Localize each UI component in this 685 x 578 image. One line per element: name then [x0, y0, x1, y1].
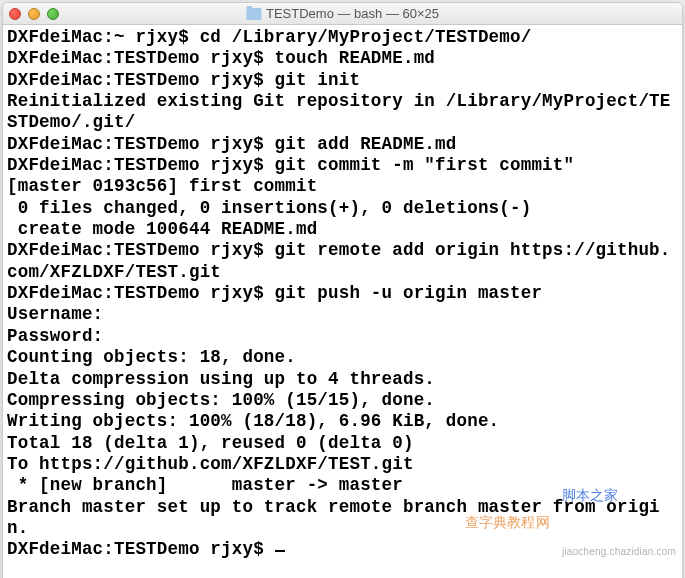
window-title-container: TESTDemo — bash — 60×25 — [246, 6, 439, 21]
cursor — [275, 550, 285, 552]
terminal-content[interactable]: DXFdeiMac:~ rjxy$ cd /Library/MyProject/… — [3, 25, 682, 578]
minimize-button[interactable] — [28, 8, 40, 20]
watermark-right: 脚本之家 jiaocheng.chazidian.com — [562, 444, 676, 578]
watermark-group: 查字典教程网 脚本之家 jiaocheng.chazidian.com — [465, 444, 676, 578]
close-button[interactable] — [9, 8, 21, 20]
title-bar[interactable]: TESTDemo — bash — 60×25 — [3, 3, 682, 25]
folder-icon — [246, 8, 261, 20]
watermark-1: 查字典教程网 — [465, 514, 550, 531]
window-title: TESTDemo — bash — 60×25 — [266, 6, 439, 21]
traffic-lights — [9, 8, 59, 20]
zoom-button[interactable] — [47, 8, 59, 20]
watermark-3: jiaocheng.chazidian.com — [562, 546, 676, 558]
watermark-2: 脚本之家 — [562, 487, 676, 504]
terminal-window: TESTDemo — bash — 60×25 DXFdeiMac:~ rjxy… — [2, 2, 683, 578]
